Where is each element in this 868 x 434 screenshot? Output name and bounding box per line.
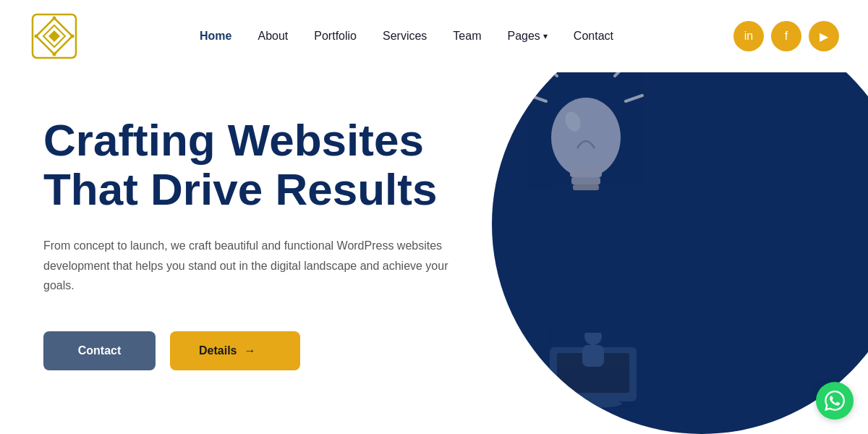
youtube-button[interactable]: ▶ xyxy=(809,21,839,51)
person-illustration xyxy=(499,333,687,420)
social-icons-group: in f ▶ xyxy=(733,21,839,51)
hero-subtitle: From concept to launch, we craft beautif… xyxy=(43,236,477,295)
hero-title: Crafting Websites That Drive Results xyxy=(43,116,477,214)
hero-buttons: Contact Details → xyxy=(43,331,477,370)
nav-contact[interactable]: Contact xyxy=(574,30,613,43)
svg-point-20 xyxy=(564,399,622,408)
whatsapp-button[interactable] xyxy=(816,382,854,420)
hero-section: Crafting Websites That Drive Results Fro… xyxy=(0,72,868,434)
nav-pages-dropdown[interactable]: Pages ▾ xyxy=(507,30,547,43)
svg-point-4 xyxy=(53,17,56,20)
svg-point-5 xyxy=(71,35,75,38)
linkedin-button[interactable]: in xyxy=(733,21,764,51)
hero-content: Crafting Websites That Drive Results Fro… xyxy=(0,72,521,434)
whatsapp-icon xyxy=(825,391,845,411)
svg-point-7 xyxy=(35,35,38,38)
svg-line-11 xyxy=(626,95,642,101)
svg-line-12 xyxy=(529,95,546,101)
details-button-label: Details xyxy=(199,344,237,357)
logo-icon xyxy=(29,11,80,61)
arrow-icon: → xyxy=(244,344,255,357)
svg-marker-3 xyxy=(48,30,60,42)
chevron-down-icon: ▾ xyxy=(543,31,548,41)
svg-point-6 xyxy=(53,53,56,56)
nav-pages-label: Pages xyxy=(507,30,540,43)
nav-team[interactable]: Team xyxy=(453,30,481,43)
facebook-button[interactable]: f xyxy=(771,21,801,51)
contact-button[interactable]: Contact xyxy=(43,331,156,370)
svg-point-13 xyxy=(551,98,621,177)
header: Home About Portfolio Services Team Pages… xyxy=(0,0,868,72)
svg-rect-15 xyxy=(571,177,600,184)
nav-home[interactable]: Home xyxy=(200,30,231,43)
hero-background-circle xyxy=(492,14,868,434)
nav-portfolio[interactable]: Portfolio xyxy=(314,30,357,43)
hero-title-line1: Crafting Websites xyxy=(43,115,424,165)
svg-rect-14 xyxy=(570,166,602,177)
svg-point-21 xyxy=(584,333,602,345)
svg-rect-16 xyxy=(573,184,599,190)
main-nav: Home About Portfolio Services Team Pages… xyxy=(200,30,613,43)
nav-about[interactable]: About xyxy=(258,30,288,43)
details-button[interactable]: Details → xyxy=(170,331,300,370)
logo-area[interactable] xyxy=(29,11,80,61)
svg-rect-22 xyxy=(582,345,604,367)
nav-services[interactable]: Services xyxy=(383,30,427,43)
lightbulb-illustration xyxy=(514,43,658,260)
hero-title-line2: That Drive Results xyxy=(43,164,437,214)
